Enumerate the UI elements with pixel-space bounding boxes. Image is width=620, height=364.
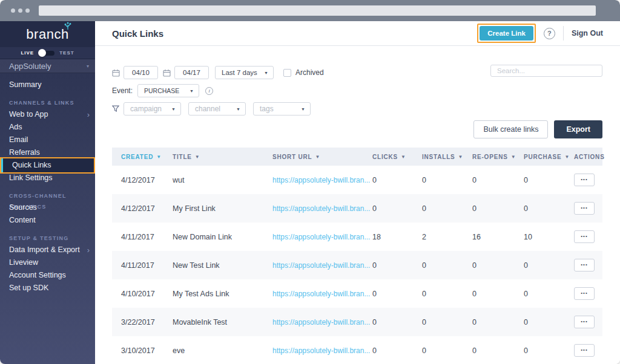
- short-url-link[interactable]: https://appsolutely-bwill.bran...: [272, 233, 370, 241]
- sidebar-item-label: Data Import & Export: [9, 245, 80, 254]
- date-from-input[interactable]: [124, 66, 158, 79]
- content: Last 7 days ▼ Archived Event: PURCHASE ▼…: [95, 46, 620, 364]
- window-control-dot[interactable]: [18, 8, 22, 13]
- channel-select[interactable]: channel ▼: [188, 102, 246, 115]
- sidebar-item-set-up-sdk[interactable]: Set up SDK: [0, 282, 95, 294]
- cell-short-url: https://appsolutely-bwill.bran...: [272, 176, 372, 184]
- date-range-value: Last 7 days: [222, 69, 257, 76]
- sidebar: branch LIVE TE: [0, 21, 95, 364]
- window-control-dot[interactable]: [11, 8, 15, 13]
- column-header-purchase[interactable]: PURCHASE▼: [524, 154, 574, 160]
- sidebar-item-account-settings[interactable]: Account Settings: [0, 269, 95, 282]
- cell-clicks: 18: [372, 233, 422, 241]
- sidebar-item-web-to-app[interactable]: Web to App›: [0, 108, 95, 121]
- caret-down-icon: ▼: [236, 107, 240, 111]
- cell-installs: 0: [422, 318, 472, 327]
- date-range-select[interactable]: Last 7 days ▼: [215, 66, 274, 79]
- row-actions-button[interactable]: •••: [574, 230, 595, 243]
- cell-reopens: 0: [472, 204, 524, 213]
- column-header-installs[interactable]: INSTALLS▼: [422, 154, 472, 160]
- cell-purchase: 0: [524, 346, 574, 355]
- sidebar-item-quick-links[interactable]: Quick Links: [0, 157, 95, 174]
- cell-actions: •••: [574, 287, 602, 300]
- live-test-toggle[interactable]: [39, 51, 54, 56]
- info-icon[interactable]: i: [205, 87, 213, 95]
- cell-short-url: https://appsolutely-bwill.bran...: [272, 261, 372, 270]
- archived-checkbox[interactable]: [283, 69, 291, 77]
- short-url-link[interactable]: https://appsolutely-bwill.bran...: [272, 204, 370, 213]
- row-actions-button[interactable]: •••: [574, 259, 595, 271]
- cell-short-url: https://appsolutely-bwill.bran...: [272, 290, 372, 298]
- cell-reopens: 16: [472, 233, 524, 241]
- row-actions-button[interactable]: •••: [574, 202, 595, 215]
- sidebar-item-label: Set up SDK: [9, 284, 48, 292]
- sidebar-item-email[interactable]: Email: [0, 134, 95, 146]
- date-to-input[interactable]: [174, 66, 209, 79]
- sidebar-item-content[interactable]: Content: [0, 214, 95, 227]
- table-row: 4/10/2017My Test Ads Linkhttps://appsolu…: [112, 279, 602, 308]
- campaign-placeholder: campaign: [130, 105, 162, 113]
- column-header-clicks[interactable]: CLICKS▼: [372, 154, 422, 160]
- sidebar-item-sources[interactable]: Sources: [0, 201, 95, 214]
- short-url-link[interactable]: https://appsolutely-bwill.bran...: [272, 346, 370, 355]
- sign-out-link[interactable]: Sign Out: [572, 29, 603, 37]
- address-bar[interactable]: [39, 5, 596, 16]
- campaign-select[interactable]: campaign ▼: [124, 102, 181, 115]
- sidebar-item-data-import-export[interactable]: Data Import & Export›: [0, 244, 95, 256]
- sidebar-item-link-settings[interactable]: Link Settings: [0, 172, 95, 184]
- cell-clicks: 0: [372, 346, 422, 355]
- sidebar-item-label: Email: [9, 135, 28, 144]
- search-input[interactable]: [490, 65, 602, 77]
- cell-actions: •••: [574, 230, 602, 243]
- cell-short-url: https://appsolutely-bwill.bran...: [272, 318, 372, 327]
- sidebar-item-label: Web to App: [9, 110, 48, 119]
- column-header-re-opens[interactable]: RE-OPENS▼: [472, 154, 524, 160]
- row-actions-button[interactable]: •••: [574, 174, 595, 186]
- short-url-link[interactable]: https://appsolutely-bwill.bran...: [272, 176, 370, 184]
- help-icon[interactable]: ?: [544, 28, 555, 39]
- channel-placeholder: channel: [195, 105, 220, 113]
- column-header-short-url[interactable]: SHORT URL▼: [272, 154, 372, 160]
- tags-select[interactable]: tags ▼: [253, 102, 311, 115]
- caret-down-icon: ▼: [264, 71, 268, 75]
- account-selector[interactable]: AppSolutely ▾: [0, 59, 95, 73]
- sidebar-item-ads[interactable]: Ads: [0, 121, 95, 134]
- divider: [563, 26, 564, 41]
- create-link-button[interactable]: Create Link: [480, 26, 533, 41]
- sidebar-item-label: Account Settings: [9, 271, 66, 279]
- export-button[interactable]: Export: [554, 120, 602, 138]
- row-actions-button[interactable]: •••: [574, 344, 595, 357]
- toggle-knob[interactable]: [38, 49, 46, 57]
- caret-down-icon: ▼: [301, 107, 305, 111]
- row-actions-button[interactable]: •••: [574, 316, 595, 328]
- short-url-link[interactable]: https://appsolutely-bwill.bran...: [272, 290, 370, 298]
- window-control-dot[interactable]: [25, 8, 30, 13]
- column-label: CREATED: [121, 154, 153, 160]
- column-label: TITLE: [173, 154, 192, 160]
- row-actions-button[interactable]: •••: [574, 287, 595, 300]
- cell-title: New Test Link: [173, 261, 272, 270]
- cell-clicks: 0: [372, 318, 422, 327]
- test-label: TEST: [59, 50, 74, 56]
- sidebar-item-label: Content: [9, 216, 36, 224]
- cell-created: 4/11/2017: [112, 261, 173, 270]
- short-url-link[interactable]: https://appsolutely-bwill.bran...: [272, 318, 370, 327]
- sidebar-item-label: Link Settings: [9, 174, 53, 182]
- sidebar-item-label: Ads: [9, 123, 22, 131]
- calendar-icon: [163, 69, 171, 77]
- sidebar-item-summary[interactable]: Summary: [0, 79, 95, 91]
- filter-funnel-icon: [112, 105, 119, 112]
- live-label: LIVE: [21, 50, 34, 56]
- sidebar-item-liveview[interactable]: Liveview: [0, 256, 95, 269]
- column-header-title[interactable]: TITLE▼: [173, 154, 272, 160]
- cell-actions: •••: [574, 174, 602, 186]
- sidebar-section-header: CROSS-CHANNEL ANALYTICS: [0, 190, 95, 201]
- sidebar-nav: SummaryCHANNELS & LINKSWeb to App›AdsEma…: [0, 73, 95, 294]
- column-header-created[interactable]: CREATED▼: [112, 154, 173, 160]
- cell-actions: •••: [574, 344, 602, 357]
- bulk-create-links-button[interactable]: Bulk create links: [473, 120, 548, 138]
- short-url-link[interactable]: https://appsolutely-bwill.bran...: [272, 261, 370, 270]
- cell-installs: 0: [422, 346, 472, 355]
- window-controls[interactable]: [11, 8, 30, 13]
- event-select[interactable]: PURCHASE ▼: [137, 84, 199, 97]
